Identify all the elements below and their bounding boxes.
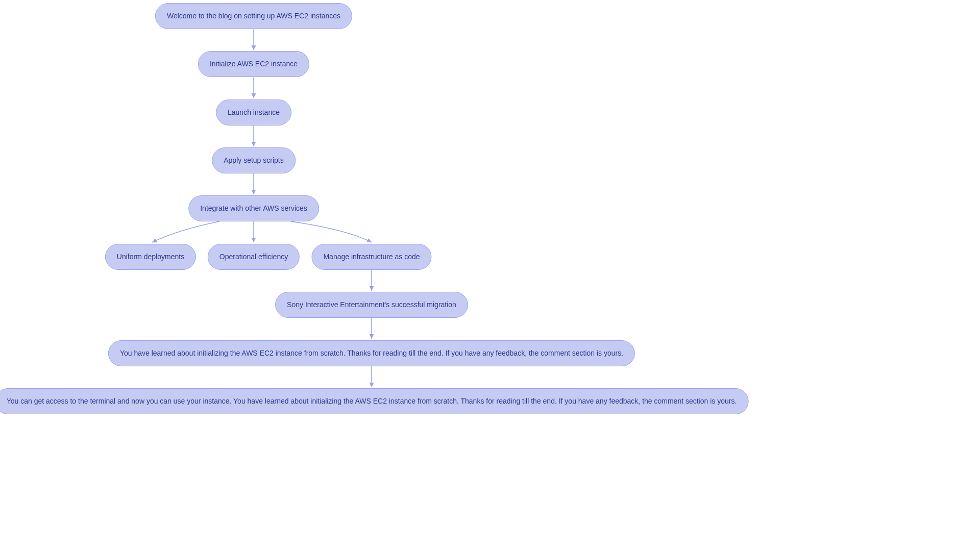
node-terminal: You can get access to the terminal and n… <box>0 388 748 414</box>
flowchart-canvas: Welcome to the blog on setting up AWS EC… <box>0 0 980 551</box>
node-sony-migration: Sony Interactive Entertainment's success… <box>275 292 468 318</box>
connectors-layer <box>0 0 980 551</box>
node-learned: You have learned about initializing the … <box>108 340 635 366</box>
node-infrastructure-as-code: Manage infrastructure as code <box>311 244 431 270</box>
node-welcome: Welcome to the blog on setting up AWS EC… <box>155 3 352 29</box>
node-apply-scripts: Apply setup scripts <box>212 147 296 173</box>
node-integrate: Integrate with other AWS services <box>188 195 319 221</box>
node-operational-efficiency: Operational efficiency <box>208 244 300 270</box>
node-uniform-deployments: Uniform deployments <box>105 244 196 270</box>
node-launch: Launch instance <box>216 99 291 126</box>
node-initialize: Initialize AWS EC2 instance <box>198 51 309 77</box>
